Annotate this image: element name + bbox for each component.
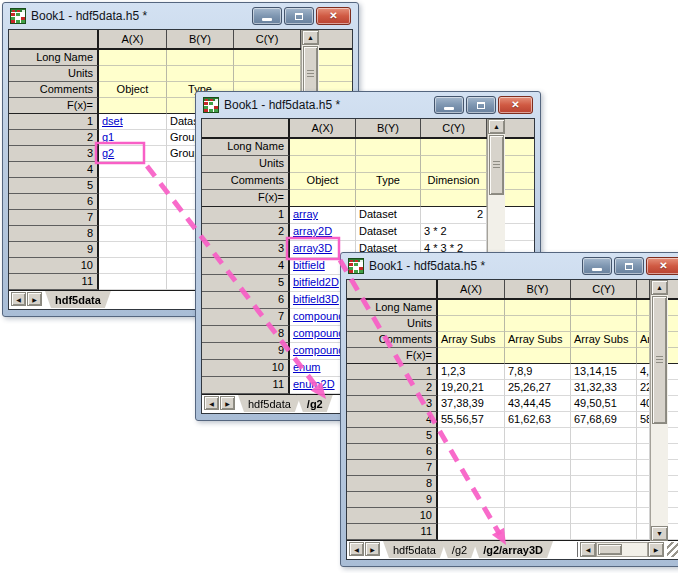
hdf5-node-link[interactable]: compound: [293, 344, 344, 356]
column-header[interactable]: [637, 280, 650, 298]
row-number[interactable]: 3: [202, 241, 290, 258]
header-cell[interactable]: [234, 66, 301, 82]
minimize-button[interactable]: [252, 7, 282, 25]
header-cell[interactable]: [99, 50, 167, 66]
scroll-up-button[interactable]: ▲: [651, 280, 668, 295]
scroll-up-button[interactable]: ▲: [302, 30, 319, 45]
tab-next-button[interactable]: ▶: [220, 396, 235, 410]
scroll-right-button[interactable]: ▶: [648, 542, 664, 557]
data-cell[interactable]: 19,20,21: [438, 380, 505, 396]
row-label[interactable]: Units: [347, 316, 438, 332]
data-cell[interactable]: [571, 492, 637, 508]
data-cell[interactable]: 22,23,24: [637, 380, 650, 396]
cell-link[interactable]: array: [290, 207, 356, 224]
row-number[interactable]: 5: [9, 178, 99, 194]
row-label[interactable]: Long Name: [347, 300, 438, 316]
data-cell[interactable]: [438, 508, 505, 524]
header-cell[interactable]: [356, 156, 421, 173]
maximize-button[interactable]: [284, 7, 314, 25]
header-cell[interactable]: [290, 156, 356, 173]
data-cell[interactable]: [637, 492, 650, 508]
data-cell[interactable]: 61,62,63: [505, 412, 571, 428]
data-cell[interactable]: 49,50,51: [571, 396, 637, 412]
column-header[interactable]: B(Y): [505, 280, 571, 298]
data-cell[interactable]: [505, 508, 571, 524]
data-cell[interactable]: 37,38,39: [438, 396, 505, 412]
row-number[interactable]: 2: [202, 224, 290, 241]
titlebar[interactable]: Book1 - hdf5data.h5 * ✕: [201, 92, 535, 118]
row-number[interactable]: 8: [9, 226, 99, 242]
hdf5-node-link[interactable]: array2D: [293, 225, 332, 237]
data-cell[interactable]: 43,44,45: [505, 396, 571, 412]
vertical-scrollbar[interactable]: ▲▼: [650, 280, 668, 541]
row-number[interactable]: 6: [9, 194, 99, 210]
scroll-down-button[interactable]: ▼: [651, 526, 668, 541]
data-cell[interactable]: [438, 492, 505, 508]
row-number[interactable]: 9: [347, 492, 438, 508]
data-cell[interactable]: [637, 508, 650, 524]
column-header[interactable]: A(X): [290, 119, 356, 137]
hdf5-node-link[interactable]: array3D: [293, 242, 332, 254]
data-cell[interactable]: 67,68,69: [571, 412, 637, 428]
column-header[interactable]: C(Y): [571, 280, 637, 298]
data-cell[interactable]: 31,32,33: [571, 380, 637, 396]
row-number[interactable]: 8: [202, 326, 290, 343]
sheet-tab[interactable]: hdf5data: [383, 541, 446, 558]
header-cell[interactable]: [505, 300, 571, 316]
header-cell[interactable]: [290, 139, 356, 156]
data-cell[interactable]: [99, 226, 167, 242]
row-label[interactable]: Units: [9, 66, 99, 82]
header-cell[interactable]: [571, 300, 637, 316]
header-cell[interactable]: Object: [99, 82, 167, 98]
header-cell[interactable]: [438, 300, 505, 316]
row-number[interactable]: 7: [202, 309, 290, 326]
data-cell[interactable]: 1,2,3: [438, 364, 505, 380]
data-cell[interactable]: [99, 274, 167, 290]
column-header[interactable]: C(Y): [421, 119, 487, 137]
row-number[interactable]: 3: [347, 396, 438, 412]
column-header[interactable]: C(Y): [234, 30, 301, 48]
row-number[interactable]: 7: [347, 460, 438, 476]
data-cell[interactable]: [637, 524, 650, 540]
column-header[interactable]: A(X): [438, 280, 505, 298]
row-label[interactable]: Comments: [202, 173, 290, 190]
header-cell[interactable]: [167, 66, 234, 82]
data-cell[interactable]: [438, 460, 505, 476]
data-cell[interactable]: 7,8,9: [505, 364, 571, 380]
data-cell[interactable]: 58,59,60: [637, 412, 650, 428]
row-number[interactable]: 1: [347, 364, 438, 380]
cell-link[interactable]: array2D: [290, 224, 356, 241]
row-label[interactable]: F(x)=: [347, 348, 438, 364]
header-cell[interactable]: Object: [290, 173, 356, 190]
header-cell[interactable]: [571, 316, 637, 332]
close-button[interactable]: ✕: [316, 7, 351, 25]
close-button[interactable]: ✕: [498, 96, 533, 114]
row-label[interactable]: Units: [202, 156, 290, 173]
data-cell[interactable]: 25,26,27: [505, 380, 571, 396]
minimize-button[interactable]: [434, 96, 464, 114]
data-cell[interactable]: 13,14,15: [571, 364, 637, 380]
data-cell[interactable]: [505, 492, 571, 508]
tab-prev-button[interactable]: ◀: [204, 396, 219, 410]
row-number[interactable]: 6: [202, 292, 290, 309]
header-cell[interactable]: Dimension: [421, 173, 487, 190]
header-cell[interactable]: [637, 316, 650, 332]
tab-prev-button[interactable]: ◀: [349, 542, 364, 556]
data-cell[interactable]: [99, 210, 167, 226]
header-cell[interactable]: Array Subs: [438, 332, 505, 348]
data-cell[interactable]: [571, 508, 637, 524]
tab-next-button[interactable]: ▶: [27, 292, 42, 306]
sheet-tab[interactable]: /g2/array3D: [473, 541, 553, 558]
row-number[interactable]: 5: [347, 428, 438, 444]
tab-next-button[interactable]: ▶: [365, 542, 380, 556]
column-header[interactable]: A(X): [99, 30, 167, 48]
data-cell[interactable]: [571, 444, 637, 460]
hdf5-node-link[interactable]: g2: [102, 147, 114, 159]
header-cell[interactable]: [421, 156, 487, 173]
close-button[interactable]: ✕: [646, 257, 678, 275]
hdf5-node-link[interactable]: compound: [293, 310, 344, 322]
header-cell[interactable]: [356, 139, 421, 156]
data-cell[interactable]: [637, 428, 650, 444]
hdf5-node-link[interactable]: enum2D: [293, 378, 335, 390]
data-cell[interactable]: [99, 178, 167, 194]
